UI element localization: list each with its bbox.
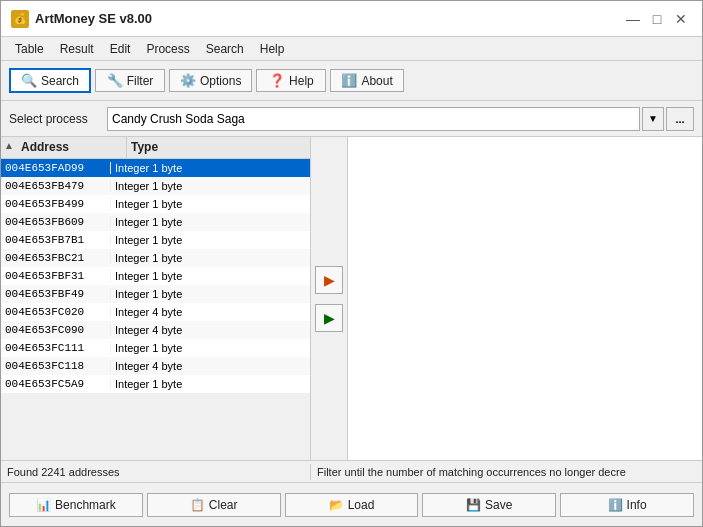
address-table[interactable]: 004E653FAD99Integer 1 byte004E653FB479In… xyxy=(1,159,310,460)
info-icon: ℹ️ xyxy=(608,498,623,512)
close-button[interactable]: ✕ xyxy=(670,8,692,30)
cell-type: Integer 4 byte xyxy=(111,324,310,336)
cell-type: Integer 1 byte xyxy=(111,234,310,246)
right-content-area xyxy=(347,137,702,460)
cell-type: Integer 1 byte xyxy=(111,270,310,282)
table-row[interactable]: 004E653FBC21Integer 1 byte xyxy=(1,249,310,267)
cell-type: Integer 1 byte xyxy=(111,180,310,192)
title-left: 💰 ArtMoney SE v8.00 xyxy=(11,10,152,28)
cell-address: 004E653FBC21 xyxy=(1,252,111,264)
info-button[interactable]: ℹ️ Info xyxy=(560,493,694,517)
search-icon: 🔍 xyxy=(21,73,37,88)
load-icon: 📂 xyxy=(329,498,344,512)
benchmark-button[interactable]: 📊 Benchmark xyxy=(9,493,143,517)
about-icon: ℹ️ xyxy=(341,73,357,88)
menu-result[interactable]: Result xyxy=(52,40,102,58)
arrow-right-green-icon: ▶ xyxy=(324,310,335,326)
process-select-wrap: Candy Crush Soda Saga ▼ ... xyxy=(107,107,694,131)
menu-search[interactable]: Search xyxy=(198,40,252,58)
status-left: Found 2241 addresses xyxy=(1,464,311,480)
table-row[interactable]: 004E653FB479Integer 1 byte xyxy=(1,177,310,195)
cell-address: 004E653FC5A9 xyxy=(1,378,111,390)
clear-icon: 📋 xyxy=(190,498,205,512)
maximize-button[interactable]: □ xyxy=(646,8,668,30)
dropdown-arrow-icon: ▼ xyxy=(648,113,658,124)
table-row[interactable]: 004E653FC020Integer 4 byte xyxy=(1,303,310,321)
save-button[interactable]: 💾 Save xyxy=(422,493,556,517)
menu-help[interactable]: Help xyxy=(252,40,293,58)
menu-table[interactable]: Table xyxy=(7,40,52,58)
table-row[interactable]: 004E653FC090Integer 4 byte xyxy=(1,321,310,339)
menu-edit[interactable]: Edit xyxy=(102,40,139,58)
options-icon: ⚙️ xyxy=(180,73,196,88)
cell-type: Integer 1 byte xyxy=(111,252,310,264)
help-label: Help xyxy=(289,74,314,88)
cell-address: 004E653FB609 xyxy=(1,216,111,228)
cell-type: Integer 1 byte xyxy=(111,342,310,354)
cell-address: 004E653FBF31 xyxy=(1,270,111,282)
benchmark-label: Benchmark xyxy=(55,498,116,512)
table-row[interactable]: 004E653FB609Integer 1 byte xyxy=(1,213,310,231)
table-row[interactable]: 004E653FBF49Integer 1 byte xyxy=(1,285,310,303)
options-button[interactable]: ⚙️ Options xyxy=(169,69,252,92)
filter-label: Filter xyxy=(127,74,154,88)
table-row[interactable]: 004E653FAD99Integer 1 byte xyxy=(1,159,310,177)
cell-address: 004E653FC111 xyxy=(1,342,111,354)
clear-button[interactable]: 📋 Clear xyxy=(147,493,281,517)
about-button[interactable]: ℹ️ About xyxy=(330,69,403,92)
cell-type: Integer 4 byte xyxy=(111,306,310,318)
process-dropdown-button[interactable]: ▼ xyxy=(642,107,664,131)
cell-address: 004E653FC020 xyxy=(1,306,111,318)
cell-type: Integer 1 byte xyxy=(111,216,310,228)
cell-type: Integer 4 byte xyxy=(111,360,310,372)
menu-bar: Table Result Edit Process Search Help xyxy=(1,37,702,61)
left-panel: ▲ Address Type 004E653FAD99Integer 1 byt… xyxy=(1,137,311,460)
window-title: ArtMoney SE v8.00 xyxy=(35,11,152,26)
minimize-button[interactable]: — xyxy=(622,8,644,30)
table-row[interactable]: 004E653FB499Integer 1 byte xyxy=(1,195,310,213)
table-header: ▲ Address Type xyxy=(1,137,310,159)
col-type-header: Type xyxy=(127,137,310,158)
filter-button[interactable]: 🔧 Filter xyxy=(95,69,165,92)
bottom-toolbar: 📊 Benchmark 📋 Clear 📂 Load 💾 Save ℹ️ Inf… xyxy=(1,482,702,526)
more-icon: ... xyxy=(675,113,684,125)
about-label: About xyxy=(361,74,392,88)
right-panel xyxy=(347,137,702,460)
load-button[interactable]: 📂 Load xyxy=(285,493,419,517)
middle-buttons: ▶ ▶ xyxy=(311,137,347,460)
help-button[interactable]: ❓ Help xyxy=(256,69,326,92)
table-row[interactable]: 004E653FB7B1Integer 1 byte xyxy=(1,231,310,249)
sort-arrow-icon: ▲ xyxy=(1,137,17,158)
cell-type: Integer 1 byte xyxy=(111,162,310,174)
cell-address: 004E653FB499 xyxy=(1,198,111,210)
cell-type: Integer 1 byte xyxy=(111,288,310,300)
title-controls: — □ ✕ xyxy=(622,8,692,30)
app-icon: 💰 xyxy=(11,10,29,28)
load-label: Load xyxy=(348,498,375,512)
cell-address: 004E653FC118 xyxy=(1,360,111,372)
menu-process[interactable]: Process xyxy=(138,40,197,58)
search-button[interactable]: 🔍 Search xyxy=(9,68,91,93)
table-row[interactable]: 004E653FC5A9Integer 1 byte xyxy=(1,375,310,393)
status-right: Filter until the number of matching occu… xyxy=(311,464,702,480)
process-label: Select process xyxy=(9,112,99,126)
process-select[interactable]: Candy Crush Soda Saga xyxy=(107,107,640,131)
table-row[interactable]: 004E653FC111Integer 1 byte xyxy=(1,339,310,357)
cell-address: 004E653FBF49 xyxy=(1,288,111,300)
title-bar: 💰 ArtMoney SE v8.00 — □ ✕ xyxy=(1,1,702,37)
info-label: Info xyxy=(627,498,647,512)
table-row[interactable]: 004E653FBF31Integer 1 byte xyxy=(1,267,310,285)
arrow-right-red-icon: ▶ xyxy=(324,272,335,288)
search-label: Search xyxy=(41,74,79,88)
table-row[interactable]: 004E653FC118Integer 4 byte xyxy=(1,357,310,375)
toolbar: 🔍 Search 🔧 Filter ⚙️ Options ❓ Help ℹ️ A… xyxy=(1,61,702,101)
cell-address: 004E653FC090 xyxy=(1,324,111,336)
cell-address: 004E653FB7B1 xyxy=(1,234,111,246)
options-label: Options xyxy=(200,74,241,88)
arrow-right-green-button[interactable]: ▶ xyxy=(315,304,343,332)
benchmark-icon: 📊 xyxy=(36,498,51,512)
process-more-button[interactable]: ... xyxy=(666,107,694,131)
main-content: ▲ Address Type 004E653FAD99Integer 1 byt… xyxy=(1,137,702,460)
save-icon: 💾 xyxy=(466,498,481,512)
arrow-right-red-button[interactable]: ▶ xyxy=(315,266,343,294)
